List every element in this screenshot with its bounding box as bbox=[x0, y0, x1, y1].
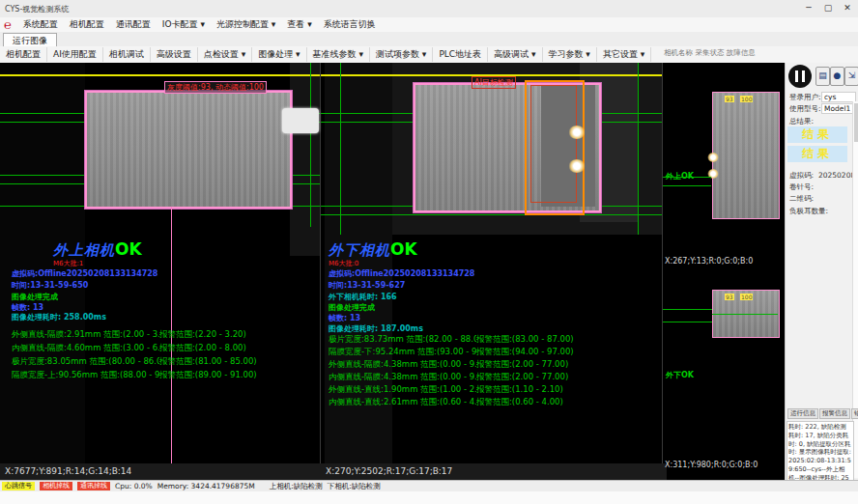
green-reference-line bbox=[310, 63, 311, 227]
tool-learning-params[interactable]: 学习参数 ▾ bbox=[543, 47, 597, 62]
menu-system-config[interactable]: 系统配置 bbox=[17, 17, 64, 32]
tool-camera-debug[interactable]: 相机调试 bbox=[103, 47, 151, 62]
measurement-value: 极片宽度:83.05mm 范围:(80.00 - 86.00) bbox=[12, 356, 159, 368]
pixel-coordinate-readout: X:270;Y:2502;R:17;G:17;B:17 bbox=[321, 463, 667, 480]
tool-advanced-debug[interactable]: 高级调试 ▾ bbox=[488, 47, 542, 62]
tool-test-params[interactable]: 测试项参数 ▾ bbox=[370, 47, 433, 62]
app-window: CYS-视觉检测系统 ─ ▢ ✕ ℮ 系统配置 相机配置 通讯配置 IO卡配置 … bbox=[0, 0, 858, 504]
reel-number-label: 卷针号: bbox=[789, 182, 814, 192]
inspected-part-image bbox=[712, 92, 780, 219]
close-icon[interactable]: ✕ bbox=[839, 1, 856, 14]
ai-detect-label: AI目标检测 bbox=[472, 76, 516, 89]
measurement-row: 隔膜宽度-上:90.56mm 范围:(88.00 - 92.00) 报警范围:(… bbox=[12, 370, 316, 381]
measurement-row: 内侧直线-隔膜:4.60mm 范围:(3.00 - 6.00) 报警范围:(2.… bbox=[12, 343, 316, 354]
processing-time-text: 图像处理耗时: 187.00ms bbox=[329, 323, 423, 334]
green-reference-line bbox=[340, 63, 341, 235]
processing-done-text: 图像处理完成 bbox=[12, 292, 58, 302]
highlight-glow bbox=[568, 159, 586, 173]
threshold-tag: 100 bbox=[740, 96, 753, 102]
camera-button[interactable]: ● bbox=[830, 67, 844, 86]
alarm-range: 报警范围:(0.60 - 4.00) bbox=[476, 397, 563, 408]
title-bar: CYS-视觉检测系统 ─ ▢ ✕ bbox=[0, 0, 858, 18]
tab-alarm-info[interactable]: 报警信息 bbox=[819, 408, 850, 419]
total-result-label: 总结果: bbox=[789, 117, 814, 126]
memory-usage-text: Memory: 3424.41796875M bbox=[157, 482, 255, 490]
threshold-tag: 93 bbox=[725, 96, 734, 102]
tool-image-processing[interactable]: 图像处理 ▾ bbox=[252, 47, 306, 62]
machine-background bbox=[290, 63, 320, 256]
result-ok-text: OK bbox=[390, 239, 417, 259]
right-sidebar: ▤ ● ⇲ 登录用户: cys 使用型号: Model1 总结果: 结果 结果 … bbox=[785, 63, 858, 480]
menu-comm-config[interactable]: 通讯配置 bbox=[110, 17, 157, 32]
threshold-overlay-label: 灰度阈值:93, 动态阈值:100 bbox=[164, 81, 267, 94]
measurement-row: 内侧直线-直线:2.61mm 范围:(0.60 - 4.00) 报警范围:(0.… bbox=[329, 397, 657, 408]
thumbnail-upper-camera[interactable]: 93 100 外上OK bbox=[663, 70, 784, 255]
app-logo-icon: ℮ bbox=[4, 18, 12, 31]
lower-camera-mode-text: 下相机:缺陷检测 bbox=[328, 482, 381, 491]
menu-light-config[interactable]: 光源控制配置 ▾ bbox=[211, 17, 281, 32]
tool-baseline-params[interactable]: 基准线参数 ▾ bbox=[307, 47, 370, 62]
left-camera-view[interactable]: 灰度阈值:93, 动态阈值:100 外上相机OK M6大批:1 虚拟码:Offl… bbox=[0, 63, 320, 463]
scrollbar-thumb[interactable] bbox=[854, 103, 858, 142]
measurement-value: 外侧直线-隔膜:4.38mm 范围:(0.00 - 9.00) bbox=[329, 359, 476, 371]
id-card-icon: ▤ bbox=[818, 70, 827, 80]
tool-camera-config[interactable]: 相机配置 bbox=[0, 47, 47, 62]
highlight-glow bbox=[707, 153, 719, 162]
id-card-button[interactable]: ▤ bbox=[815, 67, 830, 86]
measurement-row: 内侧直线-隔膜:4.38mm 范围:(0.00 - 9.00) 报警范围:(2.… bbox=[329, 372, 657, 383]
maximize-icon[interactable]: ▢ bbox=[819, 1, 837, 14]
inspected-part-image bbox=[85, 91, 292, 209]
log-text-area: 耗时: 222, 缺陷检测耗时: 17, 缺陷分类耗时: 0, 缺陷提取分区耗时… bbox=[786, 421, 854, 481]
model-label: 使用型号: bbox=[789, 104, 821, 114]
connector-part bbox=[282, 108, 319, 133]
measurement-row: 外侧直线-隔膜:2.91mm 范围:(2.00 - 3.50) 报警范围:(2.… bbox=[12, 329, 316, 341]
batch-subtitle: M6大批:0 bbox=[329, 259, 358, 268]
menu-bar: ℮ 系统配置 相机配置 通讯配置 IO卡配置 ▾ 光源控制配置 ▾ 查看 ▾ 系… bbox=[0, 17, 858, 32]
tool-advanced-settings[interactable]: 高级设置 bbox=[151, 47, 198, 62]
log-tab-strip: 运行信息 报警信息 错误信息 bbox=[787, 408, 858, 419]
tool-other-settings[interactable]: 其它设置 ▾ bbox=[597, 47, 651, 62]
pause-icon bbox=[795, 70, 805, 82]
green-reference-line bbox=[663, 322, 712, 322]
alarm-range: 报警范围:(81.00 - 85.00) bbox=[159, 356, 257, 368]
alarm-range: 报警范围:(2.20 - 3.20) bbox=[159, 329, 246, 341]
tool-plc-address[interactable]: PLC地址表 bbox=[433, 47, 488, 62]
thumbnail-lower-camera[interactable]: 93 100 外下OK bbox=[663, 268, 784, 459]
menu-view[interactable]: 查看 ▾ bbox=[281, 17, 317, 32]
thumbs-header: 相机名称 采集状态 故障信息 bbox=[664, 48, 756, 58]
processing-done-text: 图像处理完成 bbox=[329, 302, 375, 313]
minimize-icon[interactable]: ─ bbox=[800, 1, 817, 14]
model-value: Model1 bbox=[821, 103, 856, 114]
alarm-range: 报警范围:(2.00 - 8.00) bbox=[159, 343, 246, 354]
tab-count-label: 负极耳数量: bbox=[789, 207, 828, 216]
menu-language-switch[interactable]: 系统语言切换 bbox=[318, 17, 382, 32]
menu-io-config[interactable]: IO卡配置 ▾ bbox=[157, 17, 211, 32]
qr-code-label: 二维码: bbox=[789, 194, 814, 204]
measurement-row: 隔膜宽度-下:95.24mm 范围:(93.00 - 98.00) 报警范围:(… bbox=[329, 347, 657, 358]
tab-run-info[interactable]: 运行信息 bbox=[787, 408, 818, 419]
comm-status-badge: 通讯掉线 bbox=[77, 482, 110, 490]
threshold-tag: 100 bbox=[740, 294, 753, 300]
virtual-code-text: 虚拟码:Offline20250208133134728 bbox=[12, 268, 157, 279]
user-label: 登录用户: bbox=[789, 93, 821, 102]
menu-camera-config[interactable]: 相机配置 bbox=[64, 17, 110, 32]
tool-ai-usage-config[interactable]: AI使用配置 bbox=[47, 47, 103, 62]
virtual-code-label: 虚拟码: bbox=[789, 171, 814, 181]
measurement-value: 隔膜宽度-下:95.24mm 范围:(93.00 - 98.00) bbox=[329, 347, 476, 358]
status-bar: 心跳信号 相机掉线 通讯掉线 Cpu: 0.0% Memory: 3424.41… bbox=[0, 480, 858, 491]
measurement-row: 极片宽度:83.05mm 范围:(80.00 - 86.00) 报警范围:(81… bbox=[12, 356, 316, 368]
alarm-range: 报警范围:(2.00 - 77.00) bbox=[476, 372, 568, 383]
user-value: cys bbox=[821, 92, 856, 102]
measurement-value: 极片宽度:83.73mm 范围:(82.00 - 88.00) bbox=[329, 334, 476, 346]
green-reference-line bbox=[663, 309, 712, 310]
yellow-reference-line bbox=[0, 74, 320, 76]
virtual-code-text: 虚拟码:Offline20250208133134728 bbox=[329, 268, 474, 279]
export-button[interactable]: ⇲ bbox=[844, 67, 858, 86]
pause-button[interactable] bbox=[788, 65, 812, 88]
tool-spot-check[interactable]: 点检设置 ▾ bbox=[198, 47, 252, 62]
measurement-row: 外侧直线-隔膜:4.38mm 范围:(0.00 - 9.00) 报警范围:(2.… bbox=[329, 359, 657, 371]
tab-error-info[interactable]: 错误信息 bbox=[851, 408, 858, 419]
center-camera-view[interactable]: AI目标检测 外下相机OK M6大批:0 虚拟码:Offline20250208… bbox=[321, 63, 662, 463]
thumb-ok-text: 外下OK bbox=[666, 370, 694, 380]
highlight-glow bbox=[568, 126, 586, 139]
